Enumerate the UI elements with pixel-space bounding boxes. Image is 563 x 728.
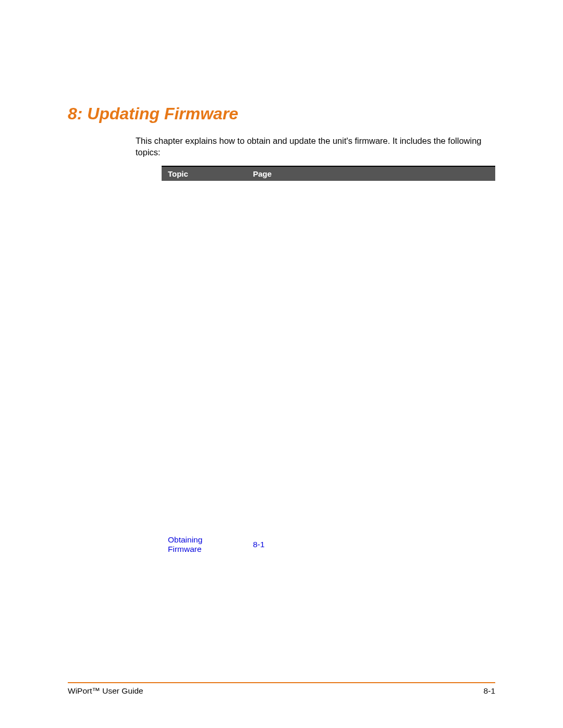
toc-link-obtaining[interactable]: Obtaining Firmware (168, 535, 202, 553)
chapter-title: 8: Updating Firmware (68, 104, 495, 124)
footer-right: 8-1 (484, 686, 495, 696)
intro-block: This chapter explains how to obtain and … (136, 135, 495, 728)
toc-page-obtaining[interactable]: 8-1 (253, 540, 264, 549)
toc-header-page: Page (242, 166, 495, 181)
intro-text: This chapter explains how to obtain and … (136, 135, 495, 158)
page: 8: Updating Firmware This chapter explai… (0, 0, 563, 728)
toc-row: Obtaining Firmware 8-1 (162, 181, 495, 728)
toc-header-topic: Topic (162, 166, 242, 181)
footer-left: WiPort™ User Guide (68, 686, 143, 696)
toc-table: Topic Page Obtaining Firmware 8-1 Reload… (162, 166, 495, 728)
page-footer: WiPort™ User Guide 8-1 (68, 682, 495, 696)
